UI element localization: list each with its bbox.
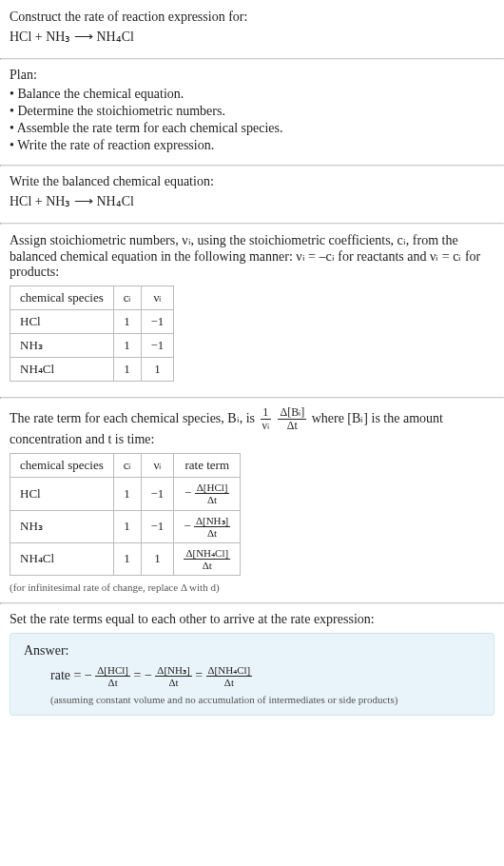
col-vi: νᵢ bbox=[141, 454, 174, 478]
frac-num: Δ[Bᵢ] bbox=[278, 406, 306, 420]
prompt-text: Construct the rate of reaction expressio… bbox=[10, 10, 494, 25]
plan-title: Plan: bbox=[10, 68, 494, 83]
cell-rate: Δ[NH₄Cl] Δt bbox=[174, 542, 241, 575]
rate-fraction: Δ[HCl] Δt bbox=[195, 482, 230, 505]
cell-vi: −1 bbox=[141, 310, 174, 334]
sign: − bbox=[184, 485, 191, 500]
cell-species: NH₄Cl bbox=[10, 358, 114, 382]
final-section: Set the rate terms equal to each other t… bbox=[0, 604, 504, 725]
cell-ci: 1 bbox=[113, 478, 141, 510]
frac-num: Δ[NH₃] bbox=[155, 664, 191, 677]
equals: = bbox=[134, 668, 145, 682]
frac-den: Δt bbox=[194, 527, 230, 539]
col-vi: νᵢ bbox=[141, 286, 174, 310]
coeff-fraction: 1 νᵢ bbox=[261, 406, 271, 432]
plan-section: Plan: • Balance the chemical equation. •… bbox=[0, 60, 504, 165]
cell-species: NH₃ bbox=[10, 334, 114, 358]
col-species: chemical species bbox=[10, 286, 114, 310]
frac-den: Δt bbox=[95, 677, 130, 688]
frac-num: Δ[NH₄Cl] bbox=[206, 664, 253, 677]
delta-fraction: Δ[Bᵢ] Δt bbox=[278, 406, 306, 432]
table-row: NH₃ 1 −1 − Δ[NH₃] Δt bbox=[10, 510, 241, 542]
frac-num: Δ[NH₄Cl] bbox=[184, 547, 230, 560]
frac-den: Δt bbox=[155, 677, 191, 688]
rate-fraction: Δ[NH₄Cl] Δt bbox=[206, 664, 253, 688]
answer-box: Answer: rate = − Δ[HCl] Δt = − Δ[NH₃] Δt… bbox=[10, 633, 494, 716]
sign: − bbox=[145, 668, 152, 682]
balanced-section: Write the balanced chemical equation: HC… bbox=[0, 167, 504, 223]
stoich-section: Assign stoichiometric numbers, νᵢ, using… bbox=[0, 225, 504, 397]
frac-num: Δ[NH₃] bbox=[194, 515, 230, 527]
cell-vi: −1 bbox=[141, 334, 174, 358]
plan-item: • Determine the stoichiometric numbers. bbox=[10, 104, 494, 119]
frac-den: Δt bbox=[184, 560, 230, 571]
frac-num: 1 bbox=[261, 406, 271, 420]
header-section: Construct the rate of reaction expressio… bbox=[0, 0, 504, 58]
cell-vi: 1 bbox=[141, 542, 174, 575]
cell-ci: 1 bbox=[113, 310, 141, 334]
rate-term-table: chemical species cᵢ νᵢ rate term HCl 1 −… bbox=[10, 453, 241, 576]
table-header-row: chemical species cᵢ νᵢ rate term bbox=[10, 454, 241, 478]
cell-rate: − Δ[HCl] Δt bbox=[174, 478, 241, 510]
frac-den: νᵢ bbox=[261, 420, 271, 432]
rate-fraction: Δ[NH₃] Δt bbox=[155, 664, 191, 688]
cell-species: NH₄Cl bbox=[10, 542, 114, 575]
cell-ci: 1 bbox=[113, 358, 141, 382]
col-rate: rate term bbox=[174, 454, 241, 478]
cell-ci: 1 bbox=[113, 542, 141, 575]
plan-item: • Balance the chemical equation. bbox=[10, 87, 494, 102]
col-ci: cᵢ bbox=[113, 286, 141, 310]
rate-term-section: The rate term for each chemical species,… bbox=[0, 399, 504, 602]
answer-label: Answer: bbox=[24, 643, 480, 659]
equals: = bbox=[195, 668, 205, 682]
rate-fraction: Δ[HCl] Δt bbox=[95, 664, 130, 688]
plan-item: • Assemble the rate term for each chemic… bbox=[10, 121, 494, 136]
plan-list: • Balance the chemical equation. • Deter… bbox=[10, 87, 494, 153]
intro-pre: The rate term for each chemical species,… bbox=[10, 411, 259, 425]
balanced-title: Write the balanced chemical equation: bbox=[10, 174, 494, 189]
sign: − bbox=[184, 518, 190, 532]
table-header-row: chemical species cᵢ νᵢ bbox=[10, 286, 174, 310]
cell-rate: − Δ[NH₃] Δt bbox=[174, 510, 241, 542]
cell-species: HCl bbox=[10, 478, 114, 510]
cell-vi: −1 bbox=[141, 478, 174, 510]
frac-num: Δ[HCl] bbox=[95, 664, 130, 677]
stoich-intro: Assign stoichiometric numbers, νᵢ, using… bbox=[10, 232, 494, 280]
col-species: chemical species bbox=[10, 454, 114, 478]
frac-den: Δt bbox=[206, 677, 253, 688]
table-row: NH₄Cl 1 1 bbox=[10, 358, 174, 382]
final-title: Set the rate terms equal to each other t… bbox=[10, 612, 494, 627]
table-row: NH₃ 1 −1 bbox=[10, 334, 174, 358]
frac-den: Δt bbox=[278, 420, 306, 432]
cell-ci: 1 bbox=[113, 334, 141, 358]
cell-vi: 1 bbox=[141, 358, 174, 382]
stoich-table: chemical species cᵢ νᵢ HCl 1 −1 NH₃ 1 −1… bbox=[10, 285, 174, 382]
assumption-note: (assuming constant volume and no accumul… bbox=[50, 694, 480, 705]
col-ci: cᵢ bbox=[113, 454, 141, 478]
cell-ci: 1 bbox=[113, 510, 141, 542]
frac-den: Δt bbox=[195, 494, 230, 505]
infinitesimal-note: (for infinitesimal rate of change, repla… bbox=[10, 581, 494, 593]
rate-label: rate = bbox=[50, 668, 85, 682]
input-equation: HCl + NH₃ ⟶ NH₄Cl bbox=[10, 29, 494, 45]
rate-expression: rate = − Δ[HCl] Δt = − Δ[NH₃] Δt = Δ[NH₄… bbox=[50, 664, 480, 688]
rate-fraction: Δ[NH₃] Δt bbox=[194, 515, 230, 539]
rate-term-intro: The rate term for each chemical species,… bbox=[10, 406, 494, 447]
table-row: HCl 1 −1 − Δ[HCl] Δt bbox=[10, 478, 241, 510]
balanced-equation: HCl + NH₃ ⟶ NH₄Cl bbox=[10, 193, 494, 209]
plan-item: • Write the rate of reaction expression. bbox=[10, 138, 494, 153]
table-row: HCl 1 −1 bbox=[10, 310, 174, 334]
sign: − bbox=[85, 668, 92, 682]
cell-vi: −1 bbox=[141, 510, 174, 542]
table-row: NH₄Cl 1 1 Δ[NH₄Cl] Δt bbox=[10, 542, 241, 575]
rate-fraction: Δ[NH₄Cl] Δt bbox=[184, 547, 230, 571]
cell-species: HCl bbox=[10, 310, 114, 334]
frac-num: Δ[HCl] bbox=[195, 482, 230, 494]
cell-species: NH₃ bbox=[10, 510, 114, 542]
